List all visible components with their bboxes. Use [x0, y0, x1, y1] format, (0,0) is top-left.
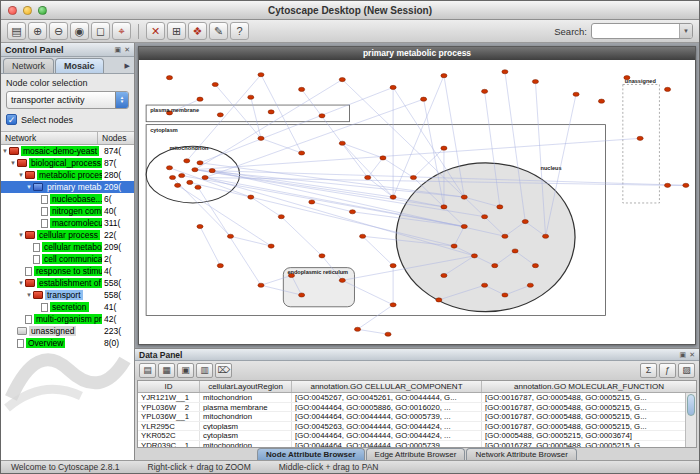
table-cell[interactable]: cytoplasm [200, 431, 292, 440]
float-panel-icon[interactable]: ▣ [115, 46, 122, 54]
network-node[interactable] [410, 175, 416, 179]
network-node[interactable] [319, 254, 325, 258]
tree-row[interactable]: ▼cellular process22( [1, 229, 134, 241]
tree-expander-icon[interactable]: ▼ [17, 280, 25, 286]
network-node[interactable] [385, 332, 391, 336]
table-column-header[interactable]: annotation.GO CELLULAR_COMPONENT [292, 381, 482, 392]
table-row[interactable]: YLR295Ccytoplasm[GO:0045263, GO:0044444,… [138, 422, 696, 432]
table-cell[interactable]: mitochondrion [200, 393, 292, 402]
select-nodes-checkbox[interactable]: ✓ [6, 114, 17, 125]
tree-row[interactable]: response to stimul4( [1, 265, 134, 277]
network-node[interactable] [598, 99, 604, 103]
network-node[interactable] [184, 159, 190, 163]
combo-arrows-icon[interactable]: ▲▼ [115, 92, 128, 108]
network-node[interactable] [166, 166, 172, 170]
table-cell[interactable]: YPL036W__2 [138, 403, 200, 412]
network-node[interactable] [192, 168, 198, 172]
table-cell[interactable]: [GO:0044464, GO:0044444, GO:0044424, ... [292, 431, 482, 440]
network-node[interactable] [497, 205, 503, 209]
network-node[interactable] [299, 87, 305, 91]
tree-expander-icon[interactable]: ▼ [25, 292, 33, 298]
zoom-in-icon[interactable]: ⊕ [28, 22, 47, 40]
tree-row[interactable]: ▼establishment of lo558( [1, 277, 134, 289]
tab-network-attribute-browser[interactable]: Network Attribute Browser [466, 448, 576, 460]
close-panel-icon[interactable]: ✕ [689, 351, 695, 359]
table-cell[interactable]: [GO:0016787, GO:0005488, GO:0005215, G..… [482, 403, 696, 412]
tab-network[interactable]: Network [3, 58, 54, 73]
table-cell[interactable]: [GO:0044464, GO:0044444, GO:0005739, ... [292, 441, 482, 447]
network-node[interactable] [339, 141, 345, 145]
network-node[interactable] [461, 224, 467, 228]
table-cell[interactable]: [GO:0044464, GO:0005886, GO:0016020, ... [292, 403, 482, 412]
network-node[interactable] [268, 244, 274, 248]
create-network-icon[interactable]: ⊞ [167, 22, 186, 40]
network-column-header[interactable]: Network [1, 132, 98, 144]
network-canvas[interactable]: plasma membranecytoplasmmitochondrionnuc… [139, 60, 695, 344]
tree-row[interactable]: macromolecule311( [1, 217, 134, 229]
network-node[interactable] [502, 70, 508, 74]
tree-expander-icon[interactable]: ▼ [17, 172, 25, 178]
network-node[interactable] [339, 78, 345, 82]
network-node[interactable] [390, 195, 396, 199]
network-node[interactable] [202, 175, 208, 179]
function-builder-icon[interactable]: ƒ [659, 363, 676, 378]
network-node[interactable] [227, 234, 233, 238]
network-node[interactable] [482, 215, 488, 219]
tree-row[interactable]: cellular metabo209( [1, 241, 134, 253]
table-row[interactable]: YKR052Ccytoplasm[GO:0044464, GO:0044444,… [138, 431, 696, 441]
table-row[interactable]: YJR121W__1mitochondrion[GO:0045267, GO:0… [138, 393, 696, 403]
tree-row[interactable]: ▼primary metabo209( [1, 181, 134, 193]
network-node[interactable] [299, 293, 305, 297]
table-cell[interactable]: YDR039C__1 [138, 441, 200, 447]
table-cell[interactable]: [GO:0005488, GO:0005215, GO:0003674] [482, 431, 696, 440]
tree-row[interactable]: ▼mosaic-demo-yeast874( [1, 145, 134, 157]
table-cell[interactable]: [GO:0016787, GO:0005488, GO:0005215, G..… [482, 412, 696, 421]
table-column-header[interactable]: ID [138, 381, 200, 392]
network-node[interactable] [461, 195, 467, 199]
network-node[interactable] [421, 97, 427, 101]
network-node[interactable] [482, 283, 488, 287]
network-node[interactable] [197, 224, 203, 228]
vizmapper-icon[interactable]: ❖ [188, 22, 207, 40]
table-row[interactable]: YPL036W__2plasma membrane[GO:0044464, GO… [138, 403, 696, 413]
table-cell[interactable]: mitochondrion [200, 441, 292, 447]
network-node[interactable] [248, 195, 254, 199]
network-node[interactable] [482, 89, 488, 93]
zoom-window-icon[interactable] [38, 6, 47, 15]
network-node[interactable] [390, 264, 396, 268]
matrix-icon[interactable]: ▥ [196, 363, 213, 378]
network-node[interactable] [319, 114, 325, 118]
delete-attribute-icon[interactable]: ⌦ [215, 363, 232, 378]
tab-scroll-right-icon[interactable]: ▶ [125, 62, 134, 73]
network-node[interactable] [187, 180, 193, 184]
network-node[interactable] [212, 82, 218, 86]
tree-row[interactable]: nucleobase...6( [1, 193, 134, 205]
network-node[interactable] [522, 220, 528, 224]
network-node[interactable] [441, 74, 447, 78]
table-cell[interactable]: mitochondrion [200, 412, 292, 421]
table-cell[interactable]: cytoplasm [200, 422, 292, 431]
network-node[interactable] [197, 97, 203, 101]
network-node[interactable] [527, 283, 533, 287]
import-attributes-icon[interactable]: ▨ [678, 363, 695, 378]
minimize-window-icon[interactable] [23, 6, 32, 15]
tree-expander-icon[interactable]: ▼ [1, 148, 9, 154]
table-cell[interactable]: YKR052C [138, 431, 200, 440]
zoom-selected-icon[interactable]: ⌖ [112, 22, 131, 40]
network-node[interactable] [512, 249, 518, 253]
network-node[interactable] [166, 76, 172, 80]
nodes-column-header[interactable]: Nodes [98, 132, 134, 144]
tree-row[interactable]: cell communicat2( [1, 253, 134, 265]
create-attribute-icon[interactable]: ▦ [158, 363, 175, 378]
scrollbar-thumb[interactable] [687, 394, 695, 416]
zoom-fit-icon[interactable]: ◻ [91, 22, 110, 40]
tab-node-attribute-browser[interactable]: Node Attribute Browser [257, 448, 365, 460]
network-node[interactable] [451, 244, 457, 248]
tree-row[interactable]: nitrogen compo40( [1, 205, 134, 217]
network-node[interactable] [195, 185, 201, 189]
table-row[interactable]: YDR039C__1mitochondrion[GO:0044464, GO:0… [138, 441, 696, 447]
close-panel-icon[interactable]: ✕ [124, 46, 130, 54]
tree-expander-icon[interactable]: ▼ [9, 160, 17, 166]
network-node[interactable] [441, 273, 447, 277]
equation-icon[interactable]: Σ [640, 363, 657, 378]
